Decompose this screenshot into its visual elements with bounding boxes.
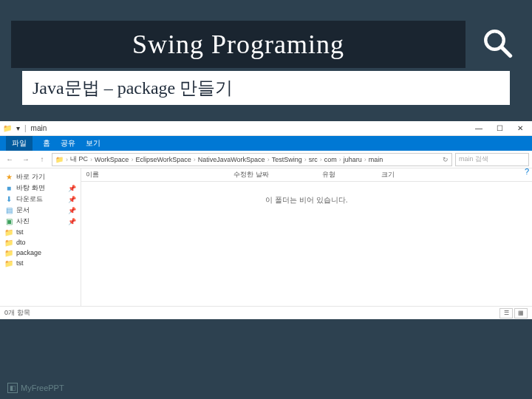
- sidebar-item[interactable]: ▣사진📌: [0, 216, 81, 227]
- view-details-button[interactable]: ☰: [499, 308, 513, 318]
- footer-text: MyFreePPT: [21, 383, 64, 392]
- document-icon: ▤: [4, 206, 13, 215]
- star-icon: ★: [4, 173, 13, 182]
- file-explorer-window: 📁 ▾ | main — ☐ ✕ 파일 홈 공유 보기 ? ← → ↑ 📁 › …: [0, 121, 532, 319]
- explorer-body: ★ 바로 가기 ■바탕 화면📌 ⬇다운로드📌 ▤문서📌 ▣사진📌 📁tst 📁d…: [0, 168, 532, 306]
- breadcrumb-item[interactable]: EclipseWorkSpace: [135, 156, 191, 163]
- qat-dropdown-icon[interactable]: ▾: [16, 124, 20, 132]
- sidebar-item[interactable]: ■바탕 화면📌: [0, 183, 81, 194]
- slide-title-bar: Swing Programing: [11, 21, 466, 68]
- breadcrumb[interactable]: 📁 › 내 PC› WorkSpace› EclipseWorkSpace› N…: [52, 153, 452, 166]
- refresh-icon[interactable]: ↻: [443, 156, 449, 163]
- folder-icon: 📁: [3, 123, 13, 134]
- picture-icon: ▣: [4, 217, 13, 226]
- col-name[interactable]: 이름: [86, 170, 233, 180]
- breadcrumb-item[interactable]: main: [369, 156, 383, 163]
- desktop-icon: ■: [4, 184, 13, 193]
- col-date[interactable]: 수정한 날짜: [233, 170, 322, 180]
- status-bar: 0개 항목 ☰ ▦: [0, 306, 532, 319]
- tab-home[interactable]: 홈: [43, 138, 50, 149]
- download-icon: ⬇: [4, 195, 13, 204]
- pin-icon: 📌: [68, 218, 76, 225]
- col-type[interactable]: 유형: [322, 170, 381, 180]
- back-button[interactable]: ←: [3, 153, 16, 166]
- breadcrumb-item[interactable]: src: [309, 156, 318, 163]
- footer-watermark: ◧ MyFreePPT: [7, 383, 64, 393]
- minimize-button[interactable]: —: [470, 123, 488, 134]
- close-button[interactable]: ✕: [511, 123, 529, 134]
- breadcrumb-item[interactable]: juharu: [344, 156, 362, 163]
- ribbon: 파일 홈 공유 보기: [0, 136, 532, 151]
- pin-icon: 📌: [68, 185, 76, 192]
- sidebar-quick-access[interactable]: ★ 바로 가기: [0, 171, 81, 183]
- sidebar-item[interactable]: 📁tst: [0, 227, 81, 237]
- window-titlebar: 📁 ▾ | main — ☐ ✕: [0, 121, 532, 136]
- sidebar: ★ 바로 가기 ■바탕 화면📌 ⬇다운로드📌 ▤문서📌 ▣사진📌 📁tst 📁d…: [0, 168, 81, 306]
- breadcrumb-item[interactable]: 내 PC: [70, 154, 88, 164]
- sidebar-item[interactable]: 📁dto: [0, 237, 81, 248]
- breadcrumb-item[interactable]: TestSwing: [272, 156, 302, 163]
- slide-subtitle: Java문법 – package 만들기: [33, 76, 233, 100]
- breadcrumb-item[interactable]: WorkSpace: [95, 156, 129, 163]
- subtitle-bar: Java문법 – package 만들기: [22, 71, 510, 105]
- maximize-button[interactable]: ☐: [491, 123, 508, 134]
- tab-file[interactable]: 파일: [6, 136, 33, 151]
- column-headers: 이름 수정한 날짜 유형 크기: [81, 168, 532, 182]
- nav-bar: ← → ↑ 📁 › 내 PC› WorkSpace› EclipseWorkSp…: [0, 151, 532, 168]
- folder-icon: 📁: [55, 156, 64, 163]
- item-count: 0개 항목: [4, 308, 30, 318]
- search-input[interactable]: main 검색: [455, 153, 529, 166]
- footer-logo-icon: ◧: [7, 383, 18, 393]
- search-placeholder: main 검색: [459, 154, 488, 164]
- slide-title: Swing Programing: [132, 29, 344, 60]
- tab-share[interactable]: 공유: [61, 138, 75, 149]
- pin-icon: 📌: [68, 196, 76, 203]
- help-icon[interactable]: ?: [525, 167, 529, 176]
- empty-folder-message: 이 폴더는 비어 있습니다.: [81, 182, 532, 306]
- breadcrumb-item[interactable]: com: [324, 156, 337, 163]
- sidebar-item[interactable]: ⬇다운로드📌: [0, 194, 81, 205]
- folder-icon: 📁: [4, 228, 13, 236]
- sidebar-item[interactable]: ▤문서📌: [0, 205, 81, 216]
- window-title: main: [31, 124, 47, 132]
- main-pane: 이름 수정한 날짜 유형 크기 이 폴더는 비어 있습니다.: [81, 168, 532, 306]
- col-size[interactable]: 크기: [381, 170, 426, 180]
- magnifier-icon: [477, 22, 517, 63]
- folder-icon: 📁: [4, 248, 13, 257]
- pin-icon: 📌: [68, 207, 76, 214]
- sidebar-item[interactable]: 📁tst: [0, 258, 81, 268]
- folder-icon: 📁: [4, 259, 13, 267]
- tab-view[interactable]: 보기: [86, 138, 100, 149]
- up-button[interactable]: ↑: [35, 153, 49, 166]
- sidebar-item[interactable]: 📁package: [0, 248, 81, 258]
- svg-line-1: [502, 47, 510, 55]
- view-icons-button[interactable]: ▦: [514, 308, 528, 318]
- folder-icon: 📁: [4, 238, 13, 247]
- forward-button[interactable]: →: [19, 153, 33, 166]
- breadcrumb-item[interactable]: NativeJavaWorkSpace: [198, 156, 265, 163]
